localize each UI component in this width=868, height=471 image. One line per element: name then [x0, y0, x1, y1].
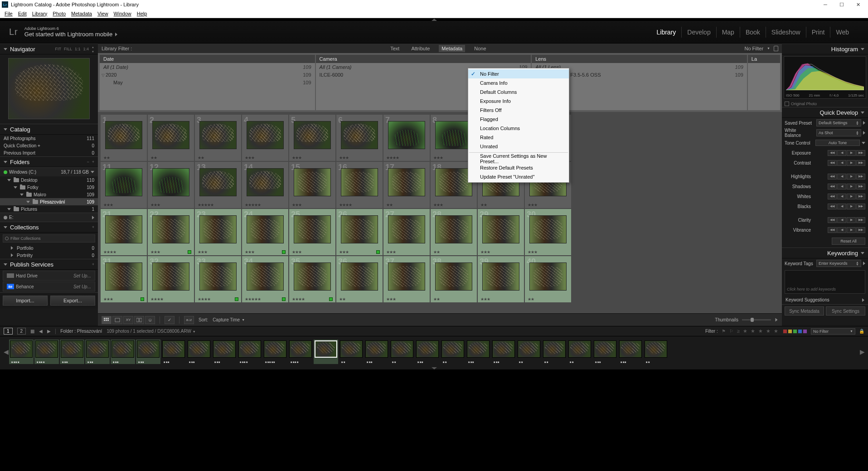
- qd-step-minus[interactable]: ◀: [837, 194, 846, 199]
- meta-column-head[interactable]: La: [748, 55, 780, 63]
- forward-button[interactable]: ▶: [47, 329, 51, 334]
- no-filter-dropdown[interactable]: No Filter: [744, 46, 763, 51]
- grid-cell[interactable]: 36★★: [336, 256, 383, 302]
- filmstrip-cell[interactable]: ★★: [567, 340, 592, 364]
- module-book[interactable]: Book: [740, 27, 766, 38]
- grid-cell[interactable]: 22★★★: [148, 209, 194, 255]
- sync-settings-button[interactable]: Sync Settings: [826, 306, 865, 316]
- meta-column-row[interactable]: All (1 Date)109: [100, 63, 315, 71]
- dropdown-item[interactable]: Unrated: [468, 142, 569, 151]
- quick-develop-head[interactable]: Quick Develop: [782, 107, 868, 118]
- window-chip-1[interactable]: 1: [4, 328, 13, 335]
- chevron-right-icon[interactable]: [863, 262, 865, 265]
- color-filter[interactable]: [798, 329, 802, 334]
- filmstrip-cell[interactable]: ★★★: [618, 340, 643, 364]
- sort-direction-button[interactable]: a↓z: [184, 316, 194, 324]
- minimize-button[interactable]: ─: [817, 0, 834, 9]
- import-button[interactable]: Import...: [3, 296, 48, 306]
- grid-view[interactable]: 1★★2★★3★★4★★★5★★★6★★★7★★★★8★★★9★10★★11★★…: [98, 112, 782, 313]
- keyword-textarea[interactable]: Click here to add keywords: [785, 270, 865, 294]
- nav-zoom-1-4[interactable]: 1:4: [83, 47, 89, 51]
- filmstrip-cell[interactable]: ★★★★: [9, 340, 34, 364]
- grid-cell[interactable]: 17★★: [383, 162, 430, 208]
- filmstrip-cell[interactable]: ★★★★: [288, 340, 313, 364]
- folder-row[interactable]: Pictures1: [0, 205, 98, 213]
- qd-step-big-plus[interactable]: ▶▶: [856, 217, 865, 223]
- dropdown-item[interactable]: Location Columns: [468, 124, 569, 133]
- menu-help[interactable]: Help: [134, 10, 150, 17]
- menu-window[interactable]: Window: [111, 10, 134, 17]
- dropdown-item[interactable]: Camera Info: [468, 78, 569, 87]
- folder-row[interactable]: Makro109: [0, 191, 98, 198]
- filmstrip-cell[interactable]: ★★★: [466, 340, 490, 364]
- sync-metadata-button[interactable]: Sync Metadata: [785, 306, 824, 316]
- identity-line2[interactable]: Get started with Lightroom mobile: [24, 31, 117, 38]
- menu-photo[interactable]: Photo: [50, 10, 68, 17]
- grid-cell[interactable]: 39★★★: [478, 256, 524, 302]
- compare-view-button[interactable]: XY: [123, 316, 133, 324]
- filmstrip-cell[interactable]: ★★★: [364, 340, 389, 364]
- grid-cell[interactable]: 27★★★: [383, 209, 430, 255]
- filmstrip-cell[interactable]: ★★★★: [34, 340, 59, 364]
- filmstrip-cell[interactable]: ★★★: [60, 340, 84, 364]
- grid-cell[interactable]: 15★★★: [289, 162, 335, 208]
- original-photo-check[interactable]: Original Photo: [782, 101, 868, 107]
- keyword-tags-select[interactable]: Enter Keywords▲▼: [816, 260, 861, 267]
- qd-step-big-plus[interactable]: ▶▶: [856, 227, 865, 233]
- filter-tab-metadata[interactable]: Metadata: [439, 45, 465, 52]
- filmstrip-cell[interactable]: ★★★: [111, 340, 135, 364]
- menu-metadata[interactable]: Metadata: [68, 10, 95, 17]
- grid-cell[interactable]: 24★★★: [242, 209, 288, 255]
- qd-step-minus[interactable]: ◀: [837, 184, 846, 189]
- qd-step-minus[interactable]: ◀: [837, 150, 846, 156]
- folders-head[interactable]: Folders −+: [0, 156, 98, 167]
- wb-select[interactable]: As Shot▲▼: [816, 129, 861, 136]
- meta-column-head[interactable]: Lens: [532, 55, 747, 63]
- qd-step-big-minus[interactable]: ◀◀: [828, 150, 837, 156]
- color-filter[interactable]: [788, 329, 792, 334]
- qd-step-plus[interactable]: ▶: [847, 204, 856, 209]
- filmstrip-cell[interactable]: ★★: [339, 340, 364, 364]
- qd-step-big-plus[interactable]: ▶▶: [856, 174, 865, 180]
- dropdown-item[interactable]: Default Columns: [468, 87, 569, 97]
- thumbnail-size-slider[interactable]: [742, 319, 771, 320]
- qd-step-minus[interactable]: ◀: [837, 204, 846, 209]
- flag-reject-icon[interactable]: ⚐: [729, 329, 733, 334]
- folder-row[interactable]: Přesazování109: [0, 198, 98, 205]
- color-filter[interactable]: [793, 329, 797, 334]
- flag-pick-icon[interactable]: ⚑: [722, 329, 726, 334]
- grid-cell[interactable]: 7★★★★: [383, 115, 430, 161]
- grid-cell[interactable]: 29★★★: [478, 209, 524, 255]
- grid-cell[interactable]: 21★★★★: [101, 209, 147, 255]
- plus-icon[interactable]: +: [92, 160, 94, 164]
- nav-zoom-fill[interactable]: FILL: [64, 47, 72, 51]
- publish-row[interactable]: Hard DriveSet Up...: [3, 271, 95, 281]
- grid-cell[interactable]: 33★★★★: [195, 256, 241, 302]
- color-filter[interactable]: [803, 329, 807, 334]
- navigator-head[interactable]: Navigator FITFILL1:11:4▲▼: [0, 44, 98, 54]
- qd-step-plus[interactable]: ▶: [847, 150, 856, 156]
- grid-cell[interactable]: 30★★★: [525, 209, 571, 255]
- loupe-view-button[interactable]: [112, 316, 122, 324]
- catalog-row[interactable]: All Photographs111: [0, 135, 98, 142]
- grid-cell[interactable]: 31★★★: [101, 256, 147, 302]
- grid-icon[interactable]: ▦: [30, 329, 34, 334]
- filmstrip-cell[interactable]: ★★★: [136, 340, 160, 364]
- filmstrip-cell[interactable]: ★★: [644, 340, 668, 364]
- grid-cell[interactable]: 34★★★★★: [242, 256, 288, 302]
- filmstrip-cell[interactable]: ★★★★: [238, 340, 262, 364]
- filmstrip-next[interactable]: ▶: [860, 348, 864, 355]
- qd-step-plus[interactable]: ▶: [847, 160, 856, 166]
- filmstrip-cell[interactable]: [314, 340, 338, 364]
- grid-cell[interactable]: 11★★★: [101, 162, 147, 208]
- meta-column-row[interactable]: May109: [100, 78, 315, 86]
- survey-view-button[interactable]: [134, 316, 144, 324]
- grid-cell[interactable]: 37★★★: [383, 256, 430, 302]
- grid-cell[interactable]: 3★★: [195, 115, 241, 161]
- collection-row[interactable]: Portréty0: [0, 252, 98, 259]
- sort-dropdown[interactable]: Capture Time▼: [213, 317, 245, 322]
- grid-cell[interactable]: 13★★★★★: [195, 162, 241, 208]
- chevron-right-icon[interactable]: [863, 131, 865, 135]
- dropdown-item[interactable]: ✓No Filter: [468, 69, 569, 78]
- grid-cell[interactable]: 38★★: [431, 256, 477, 302]
